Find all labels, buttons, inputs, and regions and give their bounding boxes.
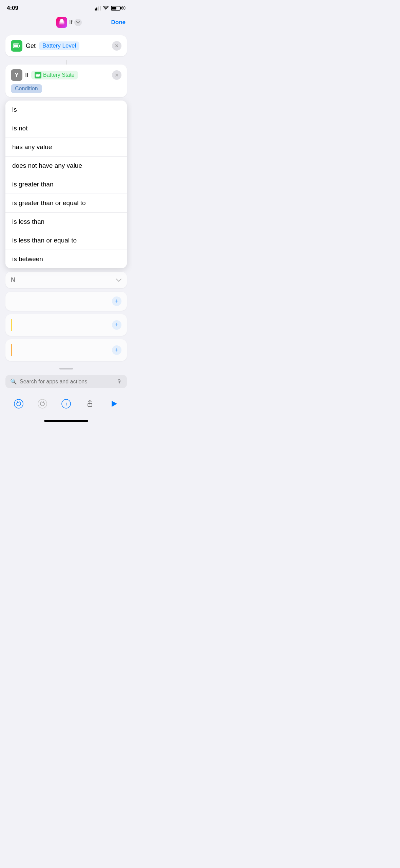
close-if-card-button[interactable]: ✕: [112, 70, 121, 80]
if-action-icon: Y: [11, 69, 22, 81]
dropdown-item-has-any-value[interactable]: has any value: [5, 138, 127, 157]
bottom-toolbar: i: [0, 392, 132, 418]
dropdown-item-is-between[interactable]: is between: [5, 250, 127, 268]
get-label: Get: [26, 42, 36, 50]
svg-rect-6: [60, 19, 63, 22]
svg-rect-11: [36, 74, 39, 76]
sheet-handle-area: [0, 364, 132, 372]
add-button-yellow[interactable]: +: [112, 320, 121, 330]
wifi-icon: [103, 6, 109, 11]
share-button[interactable]: [82, 396, 97, 411]
dropdown-item-is-not[interactable]: is not: [5, 119, 127, 138]
dropdown-item-is-less-than[interactable]: is less than: [5, 213, 127, 231]
status-time: 4:09: [7, 5, 18, 12]
if-label: If: [25, 72, 28, 79]
dropdown-item-is-greater-than-or-equal-to[interactable]: is greater than or equal to: [5, 194, 127, 213]
nav-chevron-button[interactable]: [74, 19, 82, 26]
action-card-orange: +: [5, 339, 127, 361]
sheet-handle: [59, 368, 73, 369]
search-icon: 🔍: [10, 378, 17, 385]
svg-point-13: [14, 399, 23, 408]
connector-line: [66, 60, 66, 65]
dropdown-item-is-less-than-or-equal-to[interactable]: is less than or equal to: [5, 231, 127, 250]
mic-icon[interactable]: 🎙: [117, 379, 122, 385]
if-card-top: Y If Battery State ✕: [11, 69, 121, 81]
done-button[interactable]: Done: [111, 19, 126, 26]
yellow-accent: [11, 319, 12, 331]
battery-state-pill[interactable]: Battery State: [31, 71, 78, 79]
battery-status: 60: [111, 6, 126, 11]
redo-button[interactable]: [35, 396, 50, 411]
svg-rect-0: [95, 8, 96, 11]
svg-rect-8: [14, 44, 18, 47]
svg-rect-3: [100, 6, 101, 11]
if-card-left: Y If Battery State: [11, 69, 78, 81]
condition-pill[interactable]: Condition: [11, 84, 42, 93]
undo-button[interactable]: [11, 396, 26, 411]
svg-rect-1: [96, 7, 97, 11]
main-content: Get Battery Level ✕ Y If: [0, 32, 132, 361]
play-button[interactable]: [106, 396, 121, 411]
svg-rect-2: [98, 6, 99, 11]
condition-placeholder: Condition: [15, 86, 38, 91]
status-icons: 60: [95, 6, 126, 11]
battery-level-pill[interactable]: Battery Level: [39, 41, 79, 50]
svg-text:i: i: [65, 401, 67, 406]
status-bar: 4:09 60: [0, 0, 132, 14]
svg-point-14: [38, 399, 47, 408]
card-left: Get Battery Level: [11, 40, 79, 52]
battery-state-mini-icon: [35, 72, 41, 78]
dropdown-item-is-greater-than[interactable]: is greater than: [5, 175, 127, 194]
condition-dropdown: is is not has any value does not have an…: [5, 101, 127, 268]
signal-icon: [95, 6, 101, 11]
nav-if-label: If: [69, 19, 72, 26]
svg-marker-18: [112, 401, 117, 407]
nav-bar: If Done: [0, 14, 132, 32]
action-card-1: +: [5, 292, 127, 311]
svg-rect-9: [19, 45, 20, 47]
search-bar: 🔍 🎙: [5, 375, 127, 388]
svg-rect-12: [40, 74, 40, 76]
action-card-yellow: +: [5, 314, 127, 336]
dropdown-item-is[interactable]: is: [5, 101, 127, 119]
add-button-orange[interactable]: +: [112, 345, 121, 355]
dropdown-item-does-not-have-any-value[interactable]: does not have any value: [5, 157, 127, 175]
orange-accent: [11, 344, 12, 356]
search-input[interactable]: [20, 379, 114, 385]
chevron-down-icon[interactable]: [116, 278, 121, 282]
if-battery-state-card: Y If Battery State ✕ Condition: [5, 65, 127, 97]
home-bar: [44, 420, 88, 422]
app-icon: [56, 17, 67, 28]
search-area: 🔍 🎙: [0, 372, 132, 392]
battery-action-icon: [11, 40, 22, 52]
get-battery-level-card: Get Battery Level ✕: [5, 35, 127, 56]
battery-state-text: Battery State: [43, 72, 75, 78]
home-indicator: [0, 418, 132, 426]
info-button[interactable]: i: [59, 396, 74, 411]
n-card: N: [5, 272, 127, 288]
battery-level-text: Battery Level: [42, 42, 76, 49]
nav-center: If: [56, 17, 82, 28]
close-get-card-button[interactable]: ✕: [112, 41, 121, 51]
add-button-1[interactable]: +: [112, 296, 121, 306]
